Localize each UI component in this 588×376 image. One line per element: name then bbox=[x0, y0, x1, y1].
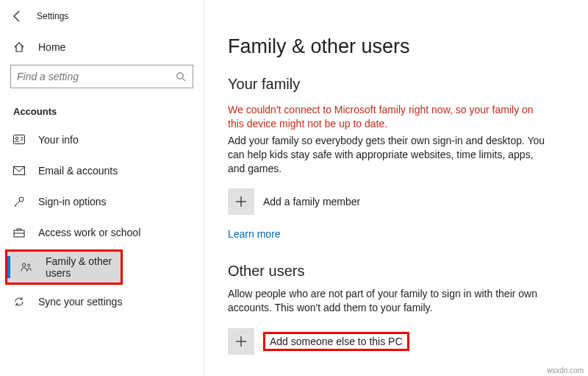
sidebar-item-signin-options[interactable]: Sign-in options bbox=[0, 186, 204, 217]
svg-point-0 bbox=[176, 72, 182, 78]
other-users-heading: Other users bbox=[228, 263, 573, 280]
home-nav[interactable]: Home bbox=[0, 32, 204, 62]
mail-icon bbox=[13, 166, 25, 175]
search-field[interactable] bbox=[10, 65, 193, 88]
svg-point-10 bbox=[23, 263, 26, 266]
watermark: wsxdn.com bbox=[547, 366, 584, 375]
your-family-heading: Your family bbox=[228, 76, 573, 93]
svg-rect-6 bbox=[14, 167, 25, 175]
learn-more-link[interactable]: Learn more bbox=[228, 228, 281, 240]
plus-icon bbox=[234, 335, 248, 348]
search-icon bbox=[169, 71, 193, 82]
sidebar-item-your-info[interactable]: Your info bbox=[0, 124, 204, 155]
sidebar-section-label: Accounts bbox=[0, 88, 204, 124]
person-card-icon bbox=[13, 135, 25, 145]
search-input[interactable] bbox=[11, 71, 169, 82]
key-icon bbox=[13, 196, 25, 207]
sidebar: Settings Home Accounts Your info Email &… bbox=[0, 0, 204, 376]
family-error-text: We couldn't connect to Microsoft family … bbox=[228, 103, 551, 131]
highlight-annotation: Family & other users bbox=[5, 249, 123, 285]
sync-icon bbox=[13, 296, 25, 308]
page-title: Family & other users bbox=[228, 0, 573, 58]
sidebar-item-label: Email & accounts bbox=[38, 165, 118, 177]
briefcase-icon bbox=[13, 227, 25, 238]
add-other-user-button[interactable] bbox=[228, 328, 254, 355]
search-container bbox=[10, 65, 193, 88]
sidebar-item-email-accounts[interactable]: Email & accounts bbox=[0, 155, 204, 186]
sidebar-item-label: Family & other users bbox=[46, 255, 121, 279]
family-description: Add your family so everybody gets their … bbox=[228, 134, 551, 176]
sidebar-item-label: Access work or school bbox=[38, 227, 140, 238]
home-icon bbox=[13, 41, 25, 53]
add-other-user-row[interactable]: Add someone else to this PC bbox=[228, 328, 573, 355]
sidebar-item-access-work-school[interactable]: Access work or school bbox=[0, 217, 204, 248]
other-users-description: Allow people who are not part of your fa… bbox=[228, 287, 551, 315]
people-icon bbox=[21, 262, 32, 272]
svg-point-11 bbox=[28, 264, 30, 266]
sidebar-item-label: Sync your settings bbox=[38, 296, 122, 308]
sidebar-item-label: Your info bbox=[38, 134, 79, 146]
titlebar: Settings bbox=[0, 0, 204, 32]
sidebar-item-label: Sign-in options bbox=[38, 196, 107, 207]
add-other-user-label: Add someone else to this PC bbox=[263, 332, 409, 351]
add-family-member-label: Add a family member bbox=[263, 196, 360, 207]
add-family-member-button[interactable] bbox=[228, 188, 254, 215]
content-pane: Family & other users Your family We coul… bbox=[228, 0, 573, 376]
sidebar-item-family-other-users[interactable]: Family & other users bbox=[7, 252, 121, 283]
window-title: Settings bbox=[37, 11, 68, 21]
back-button[interactable] bbox=[10, 10, 24, 23]
add-family-member-row[interactable]: Add a family member bbox=[228, 188, 573, 215]
plus-icon bbox=[234, 195, 248, 208]
svg-point-3 bbox=[15, 137, 18, 140]
home-label: Home bbox=[38, 41, 65, 53]
svg-line-1 bbox=[182, 78, 185, 81]
sidebar-item-sync-settings[interactable]: Sync your settings bbox=[0, 286, 204, 317]
